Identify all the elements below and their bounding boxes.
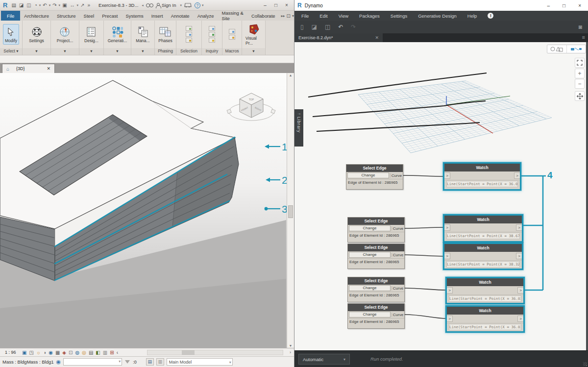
settings-button[interactable]: Settings <box>27 24 46 45</box>
minimize-button[interactable]: – <box>260 2 270 8</box>
manage-panel-caret[interactable]: ▾ <box>131 48 154 55</box>
dropdown-caret-icon[interactable] <box>202 3 204 7</box>
selection-panel-label[interactable]: Selection <box>176 48 201 55</box>
press-drag-icon[interactable] <box>56 359 61 365</box>
redo-icon[interactable] <box>52 0 56 10</box>
tab-structure[interactable]: Structure <box>53 11 80 21</box>
notifications-icon[interactable]: ! <box>488 13 493 19</box>
select-edge-title[interactable]: Select Edge <box>346 165 403 172</box>
macros-panel-label[interactable]: Macros <box>222 48 242 55</box>
modify-button[interactable]: Modify <box>3 24 19 45</box>
geometry-view-button[interactable] <box>547 45 567 53</box>
run-mode-select[interactable]: Automatic <box>298 354 350 365</box>
select-edge-title[interactable]: Select Edge <box>348 244 404 251</box>
close-tab-icon[interactable] <box>375 35 379 40</box>
menu-edit[interactable]: Edit <box>319 13 327 19</box>
tab-massing-site[interactable]: Massing & Site <box>218 11 247 21</box>
curve-output-port[interactable]: Curve <box>392 226 404 231</box>
phases-button[interactable]: Phases <box>156 24 174 45</box>
select-by-id-icon[interactable] <box>209 32 215 37</box>
menu-view[interactable]: View <box>339 13 348 19</box>
print-icon[interactable] <box>62 0 67 10</box>
change-button[interactable]: Change <box>349 252 391 258</box>
editable-only-toggle[interactable] <box>146 358 154 366</box>
watch-input-port[interactable]: > <box>444 172 450 179</box>
library-tab[interactable]: Library <box>294 109 303 147</box>
visual-style-icon[interactable] <box>29 349 33 356</box>
graph-view-button[interactable] <box>567 45 586 53</box>
save-file-icon[interactable] <box>325 24 330 30</box>
design-options-button[interactable]: Desig... <box>82 24 100 45</box>
manage-links-button[interactable]: Mana... <box>134 24 151 45</box>
viewcube-top-label[interactable]: TOP <box>249 98 254 101</box>
select-edge-title[interactable]: Select Edge <box>348 304 404 311</box>
scrollbar-thumb[interactable] <box>288 205 293 218</box>
project-panel-caret[interactable]: ▾ <box>51 48 79 55</box>
watch-output-port[interactable]: > <box>517 316 523 322</box>
measure-icon[interactable] <box>70 0 75 10</box>
curve-output-port[interactable]: Curve <box>390 173 403 178</box>
warnings-icon[interactable] <box>209 38 215 43</box>
watch-title[interactable]: Watch <box>447 307 523 315</box>
app-store-icon[interactable] <box>185 3 191 7</box>
tab-collaborate[interactable]: Collaborate <box>247 11 279 21</box>
select-panel-label[interactable]: Select ▾ <box>0 48 22 55</box>
scroll-right-icon[interactable] <box>290 350 291 355</box>
resize-grip[interactable] <box>583 362 587 366</box>
settings-panel-caret[interactable]: ▾ <box>23 48 50 55</box>
account-icon[interactable] <box>156 3 160 8</box>
sync-icon[interactable] <box>34 0 37 10</box>
viewport-horizontal-scrollbar[interactable] <box>147 350 283 355</box>
select-edge-node[interactable]: Select Edge Change Curve Edge of Element… <box>347 303 405 329</box>
select-edge-title[interactable]: Select Edge <box>348 218 404 225</box>
close-view-icon[interactable] <box>47 66 50 71</box>
inquiry-panel-label[interactable]: Inquiry <box>202 48 222 55</box>
close-button[interactable]: × <box>281 2 292 8</box>
pan-button[interactable] <box>575 91 585 101</box>
watch-title[interactable]: Watch <box>447 278 523 286</box>
main-model-combo[interactable]: Main Model <box>167 358 233 366</box>
file-menu-icon[interactable] <box>11 0 16 10</box>
redo-icon[interactable] <box>351 24 356 30</box>
search-icon[interactable] <box>146 3 152 7</box>
watch-input-port[interactable]: > <box>447 287 453 294</box>
shadows-icon[interactable] <box>43 349 46 356</box>
dropdown-caret-icon[interactable] <box>59 3 61 7</box>
minimize-button[interactable]: – <box>547 3 550 8</box>
revit-titlebar[interactable]: R Exercise-8.3 - 3D... Sign In ? – □ × <box>0 0 294 11</box>
maximize-button[interactable]: □ <box>270 2 281 8</box>
title-collapse-icon[interactable] <box>142 3 144 7</box>
view-tab-3d[interactable]: {3D} <box>2 64 55 73</box>
watch-output-port[interactable]: > <box>517 287 523 294</box>
change-button[interactable]: Change <box>349 225 391 231</box>
design-panel-caret[interactable]: ▾ <box>79 48 103 55</box>
change-button[interactable]: Change <box>347 172 389 178</box>
watch-node[interactable]: Watch > > Line(StartPoint = Point(X = 38… <box>443 243 523 270</box>
tab-annotate[interactable]: Annotate <box>167 11 194 21</box>
temporary-hide-isolate-icon[interactable] <box>75 349 79 356</box>
dynamo-titlebar[interactable]: R Dynamo – □ × <box>294 0 588 11</box>
tab-precast[interactable]: Precast <box>98 11 122 21</box>
watch-node[interactable]: Watch > > Line(StartPoint = Point(X = 36… <box>445 277 525 304</box>
curve-output-port[interactable]: Curve <box>392 253 404 257</box>
sun-path-icon[interactable] <box>36 349 41 356</box>
select-edge-node[interactable]: Select Edge Change Curve Edge of Element… <box>347 217 405 243</box>
select-edge-node[interactable]: Select Edge Change Curve Edge of Element… <box>347 277 405 302</box>
qat-overflow-icon[interactable] <box>87 0 90 10</box>
undo-icon[interactable] <box>43 0 47 10</box>
exclude-options-toggle[interactable] <box>156 358 164 366</box>
watch-node[interactable]: Watch > > Line(StartPoint = Point(X = 38… <box>443 214 523 243</box>
menu-settings[interactable]: Settings <box>391 13 407 19</box>
macro-security-icon[interactable] <box>229 35 235 40</box>
dropdown-caret-icon[interactable] <box>77 3 79 7</box>
tab-file[interactable]: File <box>1 11 20 21</box>
scroll-up-icon[interactable] <box>287 73 294 77</box>
watch-node[interactable]: Watch > > Line(StartPoint = Point(X = 36… <box>445 305 525 333</box>
rendering-dialog-icon[interactable] <box>49 349 53 356</box>
viewport-vertical-scrollbar[interactable] <box>287 73 294 348</box>
menu-packages[interactable]: Packages <box>359 13 380 19</box>
menu-generative-design[interactable]: Generative Design <box>418 13 457 19</box>
temporary-view-properties-icon[interactable] <box>89 349 93 356</box>
view-scale-button[interactable]: 1 : 96 <box>5 350 16 355</box>
zoom-in-button[interactable]: + <box>575 69 585 78</box>
